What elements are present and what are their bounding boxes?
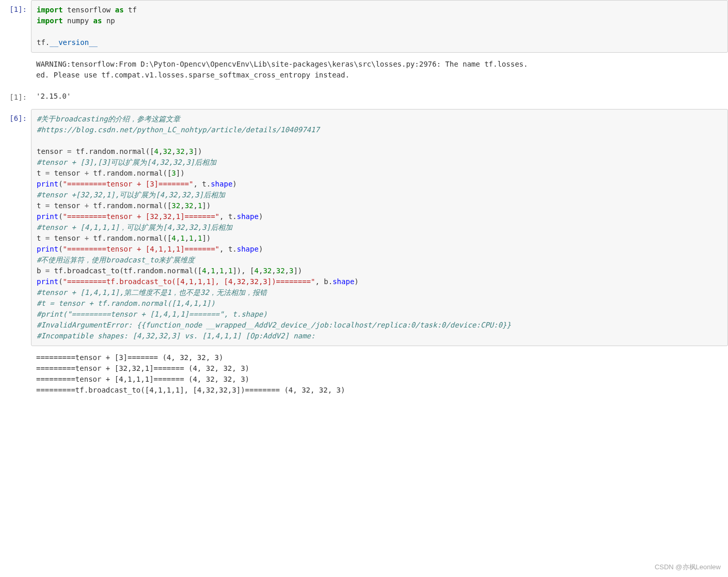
- code-cell-1: [1]: import tensorflow as tf import nump…: [0, 0, 728, 56]
- paren: ): [354, 277, 358, 286]
- num: 32: [263, 267, 272, 275]
- print-output[interactable]: =========tensor + [3]======= (4, 32, 32,…: [31, 349, 728, 403]
- fn-print: print: [37, 180, 58, 188]
- op-plus: +: [85, 201, 89, 210]
- comment-line: #InvalidArgumentError: {{function_node _…: [37, 321, 511, 329]
- close: ]): [202, 201, 211, 210]
- str: "=========tensor + [3]=======": [63, 180, 194, 188]
- comma: ,: [193, 201, 197, 210]
- comma: ,: [185, 147, 189, 155]
- close: ]): [293, 267, 302, 275]
- var-b: b: [37, 267, 45, 275]
- stream-output-1: WARNING:tensorflow:From D:\Pyton-Opencv\…: [0, 56, 728, 88]
- code-input-1[interactable]: import tensorflow as tf import numpy as …: [31, 0, 728, 53]
- out-prompt-1: [1]:: [0, 88, 31, 109]
- comma: ,: [207, 267, 211, 275]
- comma: ,: [285, 267, 289, 275]
- paren: (: [58, 277, 62, 286]
- fn-print: print: [37, 245, 58, 253]
- paren: ): [232, 180, 236, 188]
- num: 1: [180, 234, 184, 242]
- kw-as: as: [93, 17, 102, 25]
- num: 1: [189, 234, 193, 242]
- version-result[interactable]: '2.15.0': [31, 88, 728, 109]
- num: 32: [163, 147, 171, 155]
- arg: , t.: [219, 212, 237, 221]
- comment-line: #关于broadcasting的介绍，参考这篇文章: [37, 115, 180, 123]
- comma: ,: [215, 267, 219, 275]
- num: 32: [171, 201, 180, 210]
- num: 32: [185, 201, 194, 210]
- num: 32: [176, 147, 185, 155]
- code-input-6[interactable]: #关于broadcasting的介绍，参考这篇文章 #https://blog.…: [31, 109, 728, 346]
- num: 4: [171, 234, 176, 242]
- warning-output[interactable]: WARNING:tensorflow:From D:\Pyton-Opencv\…: [31, 56, 728, 88]
- attr-shape: shape: [237, 212, 259, 221]
- close: ]): [194, 147, 202, 155]
- num: 4: [202, 267, 206, 275]
- paren: ): [259, 245, 263, 253]
- var-t: t: [37, 201, 45, 210]
- attr-shape: shape: [211, 180, 232, 188]
- paren: ): [259, 212, 263, 221]
- op-plus: +: [85, 234, 89, 242]
- comma: ,: [171, 147, 176, 155]
- arg: , t.: [193, 180, 211, 188]
- fn-print: print: [37, 212, 58, 221]
- var-t: t: [37, 169, 45, 177]
- alias-np: np: [102, 17, 115, 25]
- call: tf.random.normal([: [89, 169, 171, 177]
- call: tf.broadcast_to(tf.random.normal([: [50, 267, 202, 275]
- empty-prompt: [0, 56, 31, 88]
- kw-as: as: [115, 6, 124, 14]
- var-tensor: tensor: [37, 147, 67, 155]
- code-cell-6: [6]: #关于broadcasting的介绍，参考这篇文章 #https://…: [0, 109, 728, 349]
- num: 4: [154, 147, 159, 155]
- close: ]): [176, 169, 185, 177]
- mid: ]), [: [232, 267, 254, 275]
- var: tensor: [50, 234, 84, 242]
- num: 1: [219, 267, 224, 275]
- stream-output-6: =========tensor + [3]======= (4, 32, 32,…: [0, 349, 728, 403]
- comma: ,: [185, 234, 189, 242]
- call: tf.random.normal([: [71, 147, 154, 155]
- comment-line: #t = tensor + tf.random.normal([1,4,1,1]…: [37, 299, 215, 307]
- var-t: t: [37, 234, 45, 242]
- num: 3: [189, 147, 193, 155]
- comment-line: #https://blog.csdn.net/python_LC_nohtyp/…: [37, 126, 320, 134]
- attr-shape: shape: [333, 277, 354, 286]
- comment-line: #print("=========tensor + [1,4,1,1]=====…: [37, 310, 267, 318]
- empty-prompt: [0, 349, 31, 403]
- attr-shape: shape: [237, 245, 259, 253]
- comma: ,: [224, 267, 228, 275]
- comma: ,: [272, 267, 276, 275]
- kw-import: import: [37, 17, 63, 25]
- attr-version: __version__: [50, 38, 98, 46]
- paren: (: [58, 212, 62, 221]
- arg: , t.: [219, 245, 237, 253]
- comma: ,: [194, 234, 198, 242]
- str: "=========tensor + [32,32,1]=======": [63, 212, 219, 221]
- num: 32: [276, 267, 285, 275]
- num: 4: [255, 267, 259, 275]
- comment-line: #Incompatible shapes: [4,32,32,3] vs. [1…: [37, 332, 315, 340]
- comment-line: #不使用运算符，使用broadcast_to来扩展维度: [37, 256, 195, 264]
- fn-print: print: [37, 277, 58, 286]
- paren: (: [58, 180, 62, 188]
- call: tf.random.normal([: [89, 201, 171, 210]
- kw-import: import: [37, 6, 63, 14]
- comment-line: #tensor + [1,4,1,1],第二维度不是1，也不是32，无法相加，报…: [37, 288, 267, 297]
- num: 1: [211, 267, 215, 275]
- str: "=========tensor + [4,1,1,1]=======": [63, 245, 219, 253]
- comment-line: #tensor + [4,1,1,1]，可以扩展为[4,32,32,3]后相加: [37, 223, 232, 231]
- mod-numpy: numpy: [63, 17, 93, 25]
- comment-line: #tensor + [3],[3]可以扩展为[4,32,32,3]后相加: [37, 158, 216, 166]
- comment-line: #tensor +[32,32,1],可以扩展为[4,32,32,3]后相加: [37, 191, 225, 199]
- arg: , b.: [315, 277, 333, 286]
- paren: (: [58, 245, 62, 253]
- close: ]): [202, 234, 211, 242]
- op-plus: +: [85, 169, 89, 177]
- comma: ,: [180, 201, 184, 210]
- var: tensor: [50, 201, 84, 210]
- num: 3: [171, 169, 176, 177]
